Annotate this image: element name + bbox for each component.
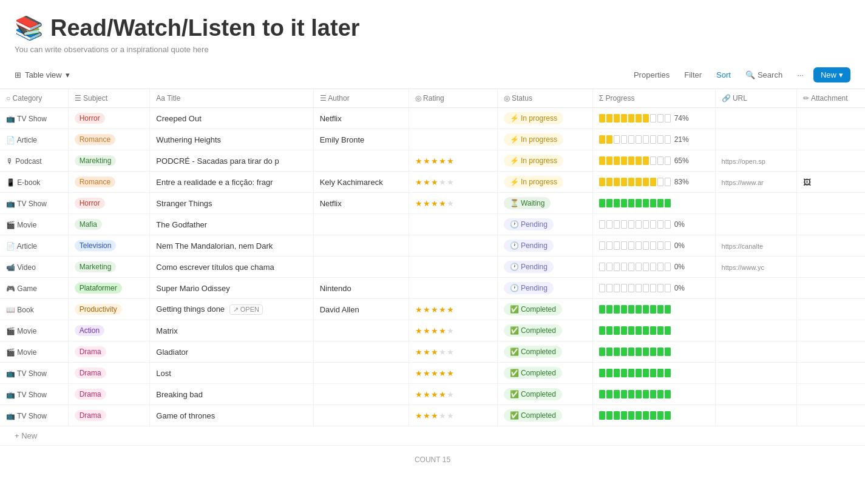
table-header-row: ○ Category ☰ Subject Aa Title ☰ Author ◎ <box>0 89 865 108</box>
cell-status: ⚡ In progress <box>497 172 592 193</box>
open-button[interactable]: ↗ OPEN <box>229 304 263 315</box>
cell-title[interactable]: Creeped Out <box>150 108 313 129</box>
subject-badge: Romance <box>75 134 115 145</box>
cell-progress <box>592 405 715 426</box>
table-row: 🎬 MovieActionMatrix★★★★★✅ Completed <box>0 320 865 341</box>
url-text[interactable]: https://www.yc <box>722 264 764 271</box>
table-row: 📹 VideoMarketingComo escrever títulos qu… <box>0 257 865 278</box>
cell-rating <box>409 235 497 257</box>
cell-status: ⏳ Waiting <box>497 193 592 214</box>
cell-subject: Marekting <box>68 150 150 172</box>
cell-url[interactable]: https://www.yc <box>715 257 797 278</box>
cell-title[interactable]: Super Mario Odissey <box>150 278 313 299</box>
cell-url[interactable] <box>715 341 797 363</box>
add-row-button[interactable]: + New <box>0 426 865 445</box>
cell-rating <box>409 257 497 278</box>
cell-title[interactable]: The Godfather <box>150 214 313 235</box>
progress-container: 83% <box>599 178 709 186</box>
url-text[interactable]: https://www.ar <box>722 179 764 186</box>
cell-author <box>313 320 409 341</box>
col-header-category[interactable]: ○ Category <box>0 89 68 108</box>
cell-attachment <box>797 405 865 426</box>
cell-title[interactable]: Wuthering Heights <box>150 129 313 150</box>
category-badge: 🎬 Movie <box>6 327 36 335</box>
cell-attachment <box>797 299 865 320</box>
col-header-attachment[interactable]: ✏ Attachment <box>797 89 865 108</box>
col-header-status[interactable]: ◎ Status <box>497 89 592 108</box>
cell-url[interactable]: https://canalte <box>715 235 797 257</box>
cell-title[interactable]: Matrix <box>150 320 313 341</box>
col-header-title[interactable]: Aa Title <box>150 89 313 108</box>
cell-url[interactable] <box>715 108 797 129</box>
cell-title[interactable]: Nem The Mandalorian, nem Dark <box>150 235 313 257</box>
cell-title[interactable]: Lost <box>150 363 313 384</box>
cell-url[interactable] <box>715 278 797 299</box>
cell-title[interactable]: Stranger Things <box>150 193 313 214</box>
add-row-label: + New <box>15 431 37 440</box>
progress-container: 21% <box>599 135 709 144</box>
cell-url[interactable] <box>715 214 797 235</box>
page-subtitle: You can write observations or a inspirat… <box>15 45 850 54</box>
new-button[interactable]: New ▾ <box>813 67 850 82</box>
cell-category: 📄 Article <box>0 235 68 257</box>
cell-progress <box>592 320 715 341</box>
cell-url[interactable] <box>715 129 797 150</box>
cell-author: David Allen <box>313 299 409 320</box>
subject-badge: Plataformer <box>75 283 122 294</box>
url-text[interactable]: https://open.sp <box>722 158 765 165</box>
status-badge: ✅ Completed <box>504 388 562 400</box>
cell-attachment <box>797 278 865 299</box>
cell-url[interactable] <box>715 363 797 384</box>
category-badge: 📺 TV Show <box>6 115 47 123</box>
col-header-author[interactable]: ☰ Author <box>313 89 409 108</box>
cell-category: 📺 TV Show <box>0 108 68 129</box>
cell-url[interactable] <box>715 193 797 214</box>
cell-subject: Television <box>68 235 150 257</box>
cell-title[interactable]: Getting things done ↗ OPEN <box>150 299 313 320</box>
cell-url[interactable]: https://open.sp <box>715 150 797 172</box>
col-icon-author: ☰ <box>320 94 327 102</box>
title-text: Nem The Mandalorian, nem Dark <box>156 241 273 250</box>
cell-title[interactable]: Gladiator <box>150 341 313 363</box>
properties-button[interactable]: Properties <box>629 68 674 82</box>
url-text[interactable]: https://canalte <box>722 243 764 250</box>
filter-button[interactable]: Filter <box>679 68 707 82</box>
cell-title[interactable]: Entre a realidade e a ficção: fragr <box>150 172 313 193</box>
status-badge: ✅ Completed <box>504 409 562 422</box>
progress-container <box>599 199 709 207</box>
cell-author <box>313 341 409 363</box>
sort-button[interactable]: Sort <box>711 68 736 82</box>
cell-progress <box>592 363 715 384</box>
table-row: 📺 TV ShowHorrorCreeped OutNetflix⚡ In pr… <box>0 108 865 129</box>
title-text: Super Mario Odissey <box>156 284 229 293</box>
title-text: Gladiator <box>156 348 188 357</box>
col-header-url[interactable]: 🔗 URL <box>715 89 797 108</box>
cell-url[interactable] <box>715 384 797 405</box>
status-badge: ⚡ In progress <box>504 112 563 124</box>
subject-badge: Action <box>75 325 104 336</box>
cell-title[interactable]: PODCRÉ - Sacadas para tirar do p <box>150 150 313 172</box>
search-button[interactable]: 🔍 Search <box>741 68 787 82</box>
col-header-subject[interactable]: ☰ Subject <box>68 89 150 108</box>
cell-url[interactable]: https://www.ar <box>715 172 797 193</box>
more-button[interactable]: ··· <box>792 68 809 82</box>
title-text: Como escrever títulos que chama <box>156 263 274 272</box>
cell-progress <box>592 384 715 405</box>
cell-url[interactable] <box>715 299 797 320</box>
cell-category: 📺 TV Show <box>0 405 68 426</box>
col-header-progress[interactable]: Σ Progress <box>592 89 715 108</box>
cell-author: Kely Kachimareck <box>313 172 409 193</box>
cell-category: 🎙 Podcast <box>0 150 68 172</box>
cell-title[interactable]: Game of thrones <box>150 405 313 426</box>
table-view-button[interactable]: ⊞ Table view ▾ <box>15 70 70 79</box>
category-badge: 📄 Article <box>6 136 37 144</box>
cell-url[interactable] <box>715 320 797 341</box>
category-badge: 📺 TV Show <box>6 412 47 420</box>
cell-rating: ★★★★★ <box>409 172 497 193</box>
cell-url[interactable] <box>715 405 797 426</box>
cell-title[interactable]: Como escrever títulos que chama <box>150 257 313 278</box>
progress-container: 0% <box>599 263 709 271</box>
col-header-rating[interactable]: ◎ Rating <box>409 89 497 108</box>
subject-badge: Mafia <box>75 219 102 230</box>
cell-title[interactable]: Breaking bad <box>150 384 313 405</box>
